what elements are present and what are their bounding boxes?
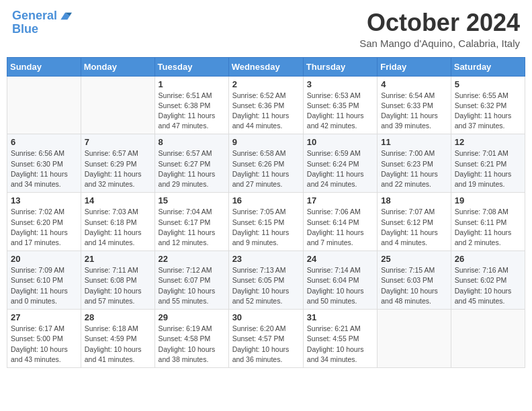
weekday-header-thursday: Thursday [303,57,377,76]
calendar-cell: 22Sunrise: 7:12 AMSunset: 6:07 PMDayligh… [154,251,228,310]
day-number: 29 [159,312,225,322]
calendar-cell [378,310,451,368]
calendar-cell: 11Sunrise: 7:00 AMSunset: 6:23 PMDayligh… [378,134,451,193]
day-info: Sunrise: 6:21 AMSunset: 4:55 PMDaylight:… [307,324,373,365]
day-info: Sunrise: 6:17 AMSunset: 5:00 PMDaylight:… [11,324,77,365]
calendar-table: SundayMondayTuesdayWednesdayThursdayFrid… [7,57,525,368]
day-number: 26 [455,254,521,264]
day-number: 25 [381,254,447,264]
day-info: Sunrise: 6:20 AMSunset: 4:57 PMDaylight:… [232,324,300,365]
calendar-cell: 2Sunrise: 6:52 AMSunset: 6:36 PMDaylight… [228,76,303,134]
day-info: Sunrise: 6:51 AMSunset: 6:38 PMDaylight:… [159,91,225,132]
calendar-cell: 29Sunrise: 6:19 AMSunset: 4:58 PMDayligh… [154,310,228,368]
day-number: 16 [232,195,300,205]
calendar-cell: 1Sunrise: 6:51 AMSunset: 6:38 PMDaylight… [154,76,228,134]
week-row-4: 20Sunrise: 7:09 AMSunset: 6:10 PMDayligh… [7,251,525,310]
day-number: 10 [307,137,373,147]
day-info: Sunrise: 7:02 AMSunset: 6:20 PMDaylight:… [11,207,77,248]
calendar-cell: 6Sunrise: 6:56 AMSunset: 6:30 PMDaylight… [7,134,81,193]
day-number: 5 [455,79,521,89]
weekday-header-tuesday: Tuesday [154,57,228,76]
day-info: Sunrise: 7:13 AMSunset: 6:05 PMDaylight:… [232,265,300,306]
logo-text: General [12,9,57,23]
day-number: 9 [232,137,300,147]
calendar-cell [7,76,81,134]
weekday-header-sunday: Sunday [7,57,81,76]
calendar-cell: 3Sunrise: 6:53 AMSunset: 6:35 PMDaylight… [303,76,377,134]
day-info: Sunrise: 7:00 AMSunset: 6:23 PMDaylight:… [381,148,447,189]
day-info: Sunrise: 6:55 AMSunset: 6:32 PMDaylight:… [455,91,521,132]
day-info: Sunrise: 7:08 AMSunset: 6:11 PMDaylight:… [455,207,521,248]
day-info: Sunrise: 7:04 AMSunset: 6:17 PMDaylight:… [159,207,225,248]
day-number: 28 [85,312,151,322]
day-number: 18 [381,195,447,205]
calendar-cell: 19Sunrise: 7:08 AMSunset: 6:11 PMDayligh… [451,193,525,251]
calendar-cell: 30Sunrise: 6:20 AMSunset: 4:57 PMDayligh… [228,310,303,368]
calendar-cell: 12Sunrise: 7:01 AMSunset: 6:21 PMDayligh… [451,134,525,193]
day-info: Sunrise: 6:56 AMSunset: 6:30 PMDaylight:… [11,148,77,189]
page-header: General Blue October 2024 San Mango d'Aq… [7,7,525,52]
calendar-cell: 8Sunrise: 6:57 AMSunset: 6:27 PMDaylight… [154,134,228,193]
day-number: 24 [307,254,373,264]
day-info: Sunrise: 6:58 AMSunset: 6:26 PMDaylight:… [232,148,300,189]
calendar-cell: 28Sunrise: 6:18 AMSunset: 4:59 PMDayligh… [81,310,154,368]
day-info: Sunrise: 6:59 AMSunset: 6:24 PMDaylight:… [307,148,373,189]
day-info: Sunrise: 6:57 AMSunset: 6:29 PMDaylight:… [85,148,151,189]
week-row-1: 1Sunrise: 6:51 AMSunset: 6:38 PMDaylight… [7,76,525,134]
calendar-cell: 20Sunrise: 7:09 AMSunset: 6:10 PMDayligh… [7,251,81,310]
day-info: Sunrise: 7:09 AMSunset: 6:10 PMDaylight:… [11,265,77,306]
location-title: San Mango d'Aquino, Calabria, Italy [359,38,520,49]
day-info: Sunrise: 7:15 AMSunset: 6:03 PMDaylight:… [381,265,447,306]
calendar-cell: 15Sunrise: 7:04 AMSunset: 6:17 PMDayligh… [154,193,228,251]
week-row-3: 13Sunrise: 7:02 AMSunset: 6:20 PMDayligh… [7,193,525,251]
calendar-cell: 14Sunrise: 7:03 AMSunset: 6:18 PMDayligh… [81,193,154,251]
calendar-cell: 27Sunrise: 6:17 AMSunset: 5:00 PMDayligh… [7,310,81,368]
calendar-cell: 7Sunrise: 6:57 AMSunset: 6:29 PMDaylight… [81,134,154,193]
calendar-cell: 10Sunrise: 6:59 AMSunset: 6:24 PMDayligh… [303,134,377,193]
month-title: October 2024 [359,9,520,36]
day-info: Sunrise: 7:01 AMSunset: 6:21 PMDaylight:… [455,148,521,189]
day-number: 30 [232,312,300,322]
calendar-cell: 18Sunrise: 7:07 AMSunset: 6:12 PMDayligh… [378,193,451,251]
day-info: Sunrise: 7:14 AMSunset: 6:04 PMDaylight:… [307,265,373,306]
day-number: 23 [232,254,300,264]
logo-line2: Blue [12,23,72,36]
calendar-cell: 17Sunrise: 7:06 AMSunset: 6:14 PMDayligh… [303,193,377,251]
day-number: 31 [307,312,373,322]
day-info: Sunrise: 6:18 AMSunset: 4:59 PMDaylight:… [85,324,151,365]
calendar-cell: 25Sunrise: 7:15 AMSunset: 6:03 PMDayligh… [378,251,451,310]
logo: General Blue [12,9,72,36]
weekday-header-friday: Friday [378,57,451,76]
day-number: 20 [11,254,77,264]
week-row-5: 27Sunrise: 6:17 AMSunset: 5:00 PMDayligh… [7,310,525,368]
calendar-cell: 21Sunrise: 7:11 AMSunset: 6:08 PMDayligh… [81,251,154,310]
logo-icon [58,9,72,23]
day-info: Sunrise: 7:05 AMSunset: 6:15 PMDaylight:… [232,207,300,248]
day-number: 12 [455,137,521,147]
day-info: Sunrise: 7:06 AMSunset: 6:14 PMDaylight:… [307,207,373,248]
day-number: 17 [307,195,373,205]
day-info: Sunrise: 6:53 AMSunset: 6:35 PMDaylight:… [307,91,373,132]
calendar-cell [451,310,525,368]
day-info: Sunrise: 6:57 AMSunset: 6:27 PMDaylight:… [159,148,225,189]
calendar-cell: 5Sunrise: 6:55 AMSunset: 6:32 PMDaylight… [451,76,525,134]
calendar-cell: 9Sunrise: 6:58 AMSunset: 6:26 PMDaylight… [228,134,303,193]
day-info: Sunrise: 6:19 AMSunset: 4:58 PMDaylight:… [159,324,225,365]
calendar-cell: 26Sunrise: 7:16 AMSunset: 6:02 PMDayligh… [451,251,525,310]
day-info: Sunrise: 7:03 AMSunset: 6:18 PMDaylight:… [85,207,151,248]
day-number: 7 [85,137,151,147]
day-info: Sunrise: 6:52 AMSunset: 6:36 PMDaylight:… [232,91,300,132]
day-number: 21 [85,254,151,264]
day-number: 19 [455,195,521,205]
calendar-cell: 31Sunrise: 6:21 AMSunset: 4:55 PMDayligh… [303,310,377,368]
day-number: 2 [232,79,300,89]
day-info: Sunrise: 7:16 AMSunset: 6:02 PMDaylight:… [455,265,521,306]
weekday-header-saturday: Saturday [451,57,525,76]
day-number: 13 [11,195,77,205]
weekday-header-wednesday: Wednesday [228,57,303,76]
day-info: Sunrise: 6:54 AMSunset: 6:33 PMDaylight:… [381,91,447,132]
calendar-cell: 23Sunrise: 7:13 AMSunset: 6:05 PMDayligh… [228,251,303,310]
calendar-cell [81,76,154,134]
day-number: 14 [85,195,151,205]
day-number: 3 [307,79,373,89]
